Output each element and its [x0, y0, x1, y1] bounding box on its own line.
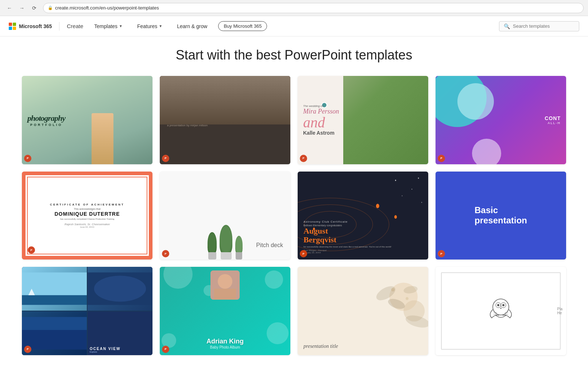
- svg-rect-20: [214, 289, 236, 300]
- templates-label: Templates: [94, 23, 117, 29]
- bird-illustration: [486, 294, 515, 328]
- cert-top-label: CERTIFICATE OF ACHIEVEMENT: [50, 203, 124, 206]
- wedding-and: and: [303, 115, 339, 130]
- content-main-label: CONT: [545, 115, 561, 121]
- astro-header: Astronomy Club Certificate: [303, 220, 422, 223]
- ppt-badge-10: P: [162, 346, 169, 353]
- template-card-pitch[interactable]: Pitch deck P: [160, 172, 290, 260]
- browser-nav: ← → ⟳: [4, 3, 39, 13]
- svg-point-29: [493, 299, 509, 315]
- floral-label: presentation title: [303, 343, 338, 349]
- template-card-photography[interactable]: photography PORTFOLIO P: [22, 76, 152, 164]
- baby-subtitle: Baby Photo Album: [210, 345, 240, 349]
- svg-point-7: [411, 189, 412, 189]
- create-label[interactable]: Create: [67, 23, 83, 29]
- light-circle: [457, 83, 494, 120]
- floral-text: presentation title: [303, 343, 338, 349]
- ocean-cell-2: [88, 267, 152, 311]
- template-card-certificate[interactable]: CERTIFICATE OF ACHIEVEMENT This acknowle…: [22, 172, 152, 260]
- ppt-badge-9: P: [24, 346, 31, 353]
- template-card-presentation[interactable]: PRESENTATION TITLE a presentation by mir…: [160, 76, 290, 164]
- ppt-badge-6: P: [162, 250, 169, 257]
- astro-desc: for successfully observing the moon and …: [303, 246, 422, 248]
- template-card-floral[interactable]: presentation title: [298, 267, 428, 355]
- template-grid: photography PORTFOLIO P PRESENTATION TIT…: [22, 76, 566, 355]
- svg-point-33: [502, 304, 504, 306]
- svg-point-15: [94, 276, 146, 302]
- template-card-basic[interactable]: Basicpresentation P: [436, 172, 566, 260]
- wedding-photo: [343, 76, 428, 164]
- svg-rect-17: [22, 330, 87, 349]
- nav-divider: [59, 22, 59, 31]
- templates-menu[interactable]: Templates ▼: [90, 21, 126, 31]
- learn-grow-menu[interactable]: Learn & grow: [173, 21, 211, 31]
- logo-sq-red: [9, 23, 12, 26]
- back-button[interactable]: ←: [4, 3, 15, 13]
- svg-rect-12: [22, 295, 87, 305]
- astro-name: AugustBergqvist: [303, 227, 422, 244]
- content-text: CONT ALL-H: [545, 115, 561, 125]
- cert-date: June 04, 20XX: [80, 226, 94, 228]
- buy-button[interactable]: Buy Microsoft 365: [218, 21, 267, 31]
- ppt-badge-5: P: [28, 246, 35, 254]
- floral-bg: [298, 267, 428, 355]
- browser-chrome: ← → ⟳ 🔒 create.microsoft.com/en-us/power…: [0, 0, 588, 16]
- template-card-bird[interactable]: Pla He: [436, 267, 566, 355]
- lock-icon: 🔒: [48, 5, 53, 10]
- ppt-badge-4: P: [438, 155, 445, 162]
- content-sub-label: ALL-H: [545, 121, 561, 125]
- logo-sq-blue: [9, 27, 12, 30]
- svg-point-3: [376, 204, 379, 208]
- ppt-badge-3: P: [300, 155, 307, 162]
- template-card-astronomy[interactable]: Astronomy Club Certificate Bellows Eleme…: [298, 172, 428, 260]
- svg-point-6: [395, 180, 396, 181]
- features-menu[interactable]: Features ▼: [134, 21, 166, 31]
- ppt-badge: P: [24, 155, 31, 162]
- ocean-cell-4: OCEAN VIEW Explore: [88, 311, 152, 355]
- template-card-wedding[interactable]: The wedding of Mira Persson and Kalle As…: [298, 76, 428, 164]
- bird-text: Pla He: [557, 307, 562, 315]
- wedding-name2: Kalle Astrom: [303, 130, 339, 136]
- url-text: create.microsoft.com/en-us/powerpoint-te…: [55, 5, 159, 11]
- cert-name: DOMINIQUE DUTERTRE: [55, 211, 120, 217]
- template-card-baby[interactable]: Adrian King Baby Photo Album P: [160, 267, 290, 355]
- plants-bg: [208, 225, 243, 260]
- page-title: Start with the best PowerPoint templates: [22, 47, 566, 63]
- wedding-text: The wedding of Mira Persson and Kalle As…: [303, 104, 339, 136]
- cert-desc: has successfully completed Cheese Produc…: [60, 218, 115, 220]
- ocean-label: OCEAN VIEW: [90, 347, 120, 351]
- search-icon: 🔍: [504, 23, 510, 29]
- baby-photo-frame: [210, 270, 240, 300]
- top-navigation: Microsoft 365 Create Templates ▼ Feature…: [0, 16, 588, 36]
- svg-point-9: [402, 195, 403, 196]
- search-bar-container[interactable]: 🔍: [499, 21, 579, 31]
- cert-sig: Rajesh Santoshi, Sr. Cheesemaker: [65, 223, 110, 226]
- plant-2: [220, 225, 232, 260]
- search-input[interactable]: [513, 23, 571, 29]
- reload-button[interactable]: ⟳: [29, 3, 39, 13]
- svg-point-19: [218, 274, 232, 289]
- photography-title: photography: [27, 114, 65, 123]
- microsoft365-logo[interactable]: Microsoft 365: [9, 23, 52, 30]
- basic-text: Basicpresentation: [475, 205, 527, 226]
- learn-grow-label: Learn & grow: [177, 23, 207, 29]
- photography-subtitle: PORTFOLIO: [27, 123, 65, 127]
- baby-name: Adrian King: [206, 338, 244, 345]
- logo-sq-green: [13, 23, 16, 26]
- card-text-overlay: photography PORTFOLIO: [27, 114, 65, 127]
- template-card-ocean[interactable]: OCEAN VIEW Explore P: [22, 267, 152, 355]
- templates-chevron: ▼: [119, 24, 123, 28]
- template-card-content[interactable]: CONT ALL-H P: [436, 76, 566, 164]
- cert-ack: This acknowledges that: [74, 208, 100, 210]
- plant-1: [208, 232, 217, 260]
- ocean-cell-3: [22, 311, 87, 355]
- astro-text: Astronomy Club Certificate Bellows Eleme…: [303, 220, 422, 254]
- pitch-label: Pitch deck: [256, 242, 283, 249]
- plant-3: [235, 236, 243, 260]
- forward-button[interactable]: →: [17, 3, 27, 13]
- svg-point-10: [421, 202, 422, 203]
- svg-point-28: [406, 297, 409, 300]
- columns-row: [160, 76, 290, 124]
- address-bar[interactable]: 🔒 create.microsoft.com/en-us/powerpoint-…: [43, 3, 584, 13]
- ppt-badge-8: P: [438, 250, 445, 257]
